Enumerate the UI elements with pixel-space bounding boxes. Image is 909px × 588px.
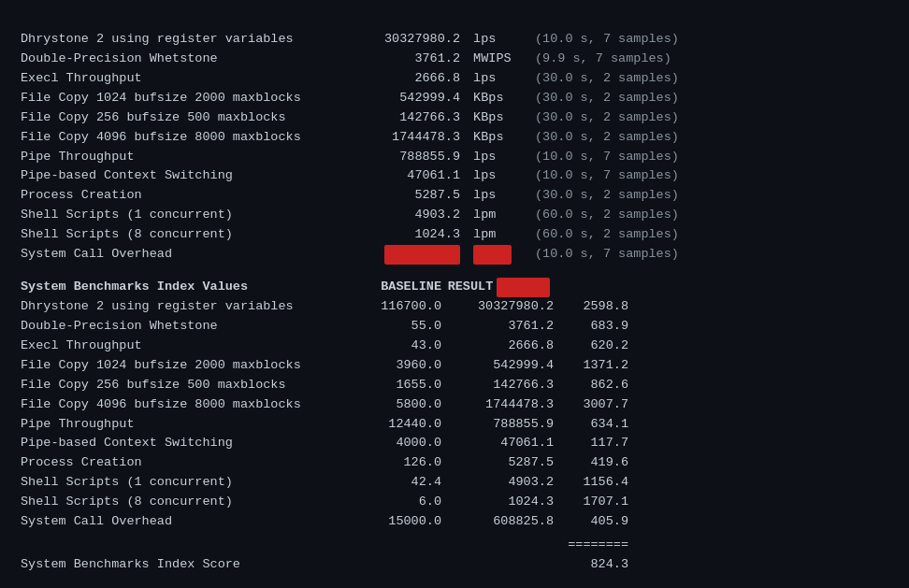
bench-sample: (30.0 s, 2 samples) <box>535 128 679 148</box>
bench-label: Shell Scripts (1 concurrent) <box>21 206 339 225</box>
index-row: Shell Scripts (8 concurrent) 6.0 1024.3 … <box>21 493 888 512</box>
idx-result: 608825.8 <box>441 512 554 532</box>
idx-result: 142766.3 <box>441 376 554 395</box>
idx-score: 620.2 <box>554 337 628 356</box>
idx-score: 1371.2 <box>554 356 628 376</box>
idx-result: 5287.5 <box>441 453 554 473</box>
bench-label: File Copy 4096 bufsize 8000 maxblocks <box>21 128 339 148</box>
bench-unit <box>466 245 531 265</box>
bench-label: Pipe-based Context Switching <box>21 166 339 186</box>
bench-value: 3761.2 <box>339 50 460 69</box>
bench-sample: (10.0 s, 7 samples) <box>535 30 679 50</box>
bench-unit: KBps <box>466 89 531 108</box>
index-row: Double-Precision Whetstone 55.0 3761.2 6… <box>21 317 888 337</box>
idx-baseline: 55.0 <box>339 317 441 337</box>
idx-score: 1707.1 <box>554 493 628 512</box>
bench-value: 788855.9 <box>339 148 460 167</box>
idx-label: System Call Overhead <box>21 512 339 532</box>
idx-baseline: 12440.0 <box>339 415 441 435</box>
index-row: Pipe Throughput 12440.0 788855.9 634.1 <box>21 415 888 435</box>
bench-label: Shell Scripts (8 concurrent) <box>21 225 339 245</box>
final-label: System Benchmarks Index Score <box>21 555 339 575</box>
benchmark-row: System Call Overhead (10.0 s, 7 samples) <box>21 245 888 265</box>
idx-label: Double-Precision Whetstone <box>21 317 339 337</box>
bench-unit: lps <box>466 166 531 186</box>
idx-score: 683.9 <box>554 317 628 337</box>
idx-label: Pipe Throughput <box>21 415 339 435</box>
bench-sample: (9.9 s, 7 samples) <box>535 50 671 69</box>
benchmark-row: Double-Precision Whetstone3761.2 MWIPS(9… <box>21 50 888 69</box>
benchmark-row: File Copy 256 bufsize 500 maxblocks14276… <box>21 108 888 128</box>
terminal-output: Dhrystone 2 using register variables3032… <box>21 30 888 575</box>
index-row: Shell Scripts (1 concurrent) 42.4 4903.2… <box>21 473 888 493</box>
bench-unit: MWIPS <box>466 50 531 69</box>
idx-result: 4903.2 <box>441 473 554 493</box>
index-header-baseline: BASELINE <box>339 278 441 297</box>
index-row: Pipe-based Context Switching 4000.0 4706… <box>21 434 888 453</box>
index-section: System Benchmarks Index Values BASELINE … <box>21 278 888 575</box>
bench-label: Dhrystone 2 using register variables <box>21 30 339 50</box>
index-row: Execl Throughput 43.0 2666.8 620.2 <box>21 337 888 356</box>
bench-unit: lps <box>466 186 531 206</box>
benchmark-row: Pipe-based Context Switching47061.1 lps(… <box>21 166 888 186</box>
bench-sample: (60.0 s, 2 samples) <box>535 206 679 225</box>
idx-baseline: 43.0 <box>339 337 441 356</box>
idx-result: 3761.2 <box>441 317 554 337</box>
index-header-label: System Benchmarks Index Values <box>21 278 339 297</box>
idx-result: 47061.1 <box>441 434 554 453</box>
idx-label: Dhrystone 2 using register variables <box>21 297 339 317</box>
bench-label: File Copy 1024 bufsize 2000 maxblocks <box>21 89 339 108</box>
idx-score: 117.7 <box>554 434 628 453</box>
idx-score: 1156.4 <box>554 473 628 493</box>
bench-sample: (10.0 s, 7 samples) <box>535 148 679 167</box>
bench-label: System Call Overhead <box>21 245 339 265</box>
idx-label: File Copy 256 bufsize 500 maxblocks <box>21 376 339 395</box>
idx-result: 1744478.3 <box>441 395 554 415</box>
idx-result: 542999.4 <box>441 356 554 376</box>
bench-label: File Copy 256 bufsize 500 maxblocks <box>21 108 339 128</box>
idx-score: 405.9 <box>554 512 628 532</box>
final-score: 824.3 <box>339 555 628 575</box>
bench-value: 1744478.3 <box>339 128 460 148</box>
bench-value: 30327980.2 <box>339 30 460 50</box>
bench-unit: lps <box>466 148 531 167</box>
bench-value: 2666.8 <box>339 69 460 89</box>
index-header-result: RESULT <box>441 278 554 297</box>
idx-label: Process Creation <box>21 453 339 473</box>
idx-score: 2598.8 <box>554 297 628 317</box>
bench-label: Pipe Throughput <box>21 148 339 167</box>
bench-sample: (10.0 s, 7 samples) <box>535 166 679 186</box>
idx-label: Shell Scripts (8 concurrent) <box>21 493 339 512</box>
bench-value: 5287.5 <box>339 186 460 206</box>
idx-score: 419.6 <box>554 453 628 473</box>
benchmark-row: File Copy 4096 bufsize 8000 maxblocks174… <box>21 128 888 148</box>
bench-sample: (30.0 s, 2 samples) <box>535 89 679 108</box>
idx-baseline: 3960.0 <box>339 356 441 376</box>
bench-unit: lps <box>466 69 531 89</box>
score-separator: ======== <box>21 536 628 555</box>
index-row: System Call Overhead 15000.0 608825.8 40… <box>21 512 888 532</box>
idx-baseline: 126.0 <box>339 453 441 473</box>
index-row: File Copy 4096 bufsize 8000 maxblocks 58… <box>21 395 888 415</box>
bench-label: Double-Precision Whetstone <box>21 50 339 69</box>
benchmark-row: File Copy 1024 bufsize 2000 maxblocks542… <box>21 89 888 108</box>
benchmark-section: Dhrystone 2 using register variables3032… <box>21 30 888 265</box>
idx-label: File Copy 4096 bufsize 8000 maxblocks <box>21 395 339 415</box>
bench-unit: KBps <box>466 108 531 128</box>
bench-sample: (30.0 s, 2 samples) <box>535 186 679 206</box>
bench-unit: KBps <box>466 128 531 148</box>
benchmark-row: Pipe Throughput788855.9 lps(10.0 s, 7 sa… <box>21 148 888 167</box>
final-score-row: System Benchmarks Index Score 824.3 <box>21 555 888 575</box>
idx-result: 2666.8 <box>441 337 554 356</box>
bench-sample: (30.0 s, 2 samples) <box>535 108 679 128</box>
idx-baseline: 116700.0 <box>339 297 441 317</box>
bench-label: Process Creation <box>21 186 339 206</box>
bench-unit: lps <box>466 30 531 50</box>
bench-label: Execl Throughput <box>21 69 339 89</box>
benchmark-row: Process Creation5287.5 lps(30.0 s, 2 sam… <box>21 186 888 206</box>
benchmark-row: Shell Scripts (1 concurrent)4903.2 lpm(6… <box>21 206 888 225</box>
bench-value: 142766.3 <box>339 108 460 128</box>
idx-score: 862.6 <box>554 376 628 395</box>
benchmark-row: Dhrystone 2 using register variables3032… <box>21 30 888 50</box>
idx-baseline: 5800.0 <box>339 395 441 415</box>
